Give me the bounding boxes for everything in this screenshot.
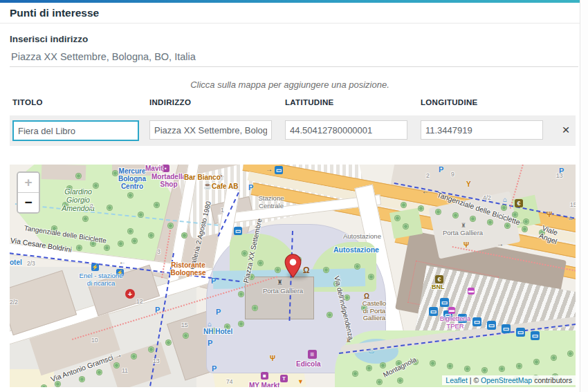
remove-row-button[interactable]: × bbox=[557, 121, 575, 139]
poi-my-markt: MY Markt bbox=[249, 382, 279, 387]
poi-biglietteria-tper: Biglietteria TPER bbox=[436, 315, 475, 330]
poi-autostazione: Autostazione bbox=[333, 246, 379, 254]
poi-bar-bianco: Bar Bianco bbox=[184, 174, 221, 181]
housenum: 74 bbox=[226, 379, 232, 386]
housenum: 11 bbox=[122, 368, 128, 375]
column-titolo: TITOLO bbox=[12, 98, 43, 106]
poi-castello-di-porta-galliera: Castello di Porta Galliera bbox=[354, 300, 394, 322]
street-viale-angelo: Viale Angel bbox=[538, 224, 573, 250]
scrollbar-track[interactable] bbox=[580, 0, 588, 392]
latitudine-input[interactable] bbox=[285, 120, 407, 140]
indirizzo-input[interactable] bbox=[149, 120, 272, 140]
titolo-input[interactable] bbox=[12, 120, 139, 141]
poi-table-header: TITOLO INDIRIZZO LATITUDINE LONGITUDINE bbox=[10, 98, 576, 109]
housenum: 13 bbox=[556, 173, 562, 180]
longitudine-input[interactable] bbox=[421, 120, 543, 140]
poi-edicola: Edicola bbox=[296, 360, 321, 368]
address-label: Inserisci indirizzo bbox=[10, 34, 88, 44]
housenum: 9 bbox=[451, 171, 454, 178]
housenum: 10 bbox=[91, 337, 98, 344]
map-canvas[interactable]: PPPPPPPP▭▭▭▭▭▭▭▭▭▭▭+☕☕YΨΨΨ⌂⌂⌂€€♜♜♜ΩΩ≡■T▼… bbox=[10, 165, 576, 387]
poi-bnl: BNL bbox=[432, 283, 445, 290]
housenum: 12 bbox=[136, 299, 143, 306]
punti-di-interesse-panel: Punti di interesse Inserisci indirizzo C… bbox=[0, 0, 588, 392]
openstreetmap-link[interactable]: OpenStreetMap bbox=[481, 376, 532, 384]
housenum: 15 bbox=[181, 322, 187, 329]
map-zoom-control: + − bbox=[17, 171, 40, 214]
street-via-cesare-boldrini: Via Cesare Boldrini bbox=[10, 236, 72, 254]
poi-enel-stazione-di-ricarica: Enel - stazione di ricarica bbox=[77, 272, 125, 287]
housenum: 2 bbox=[426, 173, 430, 180]
column-longitudine: LONGITUDINE bbox=[421, 98, 478, 106]
street-via-dell-indipendenza: Via dell'Indipendenza bbox=[333, 275, 355, 341]
street-tangenziale-biciclette-right: Tangenziale delle Biciclette bbox=[436, 191, 521, 227]
divider bbox=[0, 23, 580, 24]
address-input[interactable] bbox=[10, 47, 578, 67]
housenum: 2/3 bbox=[27, 261, 35, 268]
poi-porta-galliera-center: Porta Galliera bbox=[263, 288, 303, 295]
poi-porta-galliera-right: Porta Galliera bbox=[443, 230, 483, 237]
street-via-antonio-gramsci: Via Antonio Gramsci → bbox=[50, 351, 123, 384]
housenum: 4/2 bbox=[483, 195, 491, 202]
housenum: 2 bbox=[90, 203, 93, 210]
housenum: 3 bbox=[157, 249, 160, 256]
attribution-separator: | © bbox=[468, 376, 481, 384]
street-piazza-xx-settembre: Piazza XX Settembre bbox=[242, 218, 264, 283]
poi-cafe-ab: Cafe AB bbox=[212, 183, 239, 190]
poi-hotel-cut: otel bbox=[10, 259, 22, 266]
page-title: Punti di interesse bbox=[10, 3, 425, 23]
housenum: 15 bbox=[570, 202, 576, 209]
poi-nh-hotel: NH Hotel bbox=[203, 328, 232, 335]
column-latitudine: LATITUDINE bbox=[285, 98, 334, 106]
map-attribution: Leaflet | © OpenStreetMap contributors bbox=[442, 375, 576, 385]
poi-autostazione-area: Autostazione bbox=[343, 233, 381, 241]
street-galleria-2-agosto-1980: Galleria 2 Agosto 1980 bbox=[188, 200, 212, 270]
zoom-in-button[interactable]: + bbox=[18, 173, 39, 193]
location-marker-icon[interactable] bbox=[284, 254, 302, 278]
housenum: 2/2 bbox=[10, 299, 18, 306]
street-montagnola: Montagnola bbox=[382, 355, 418, 379]
zoom-out-button[interactable]: − bbox=[18, 193, 39, 212]
column-indirizzo: INDIRIZZO bbox=[149, 98, 191, 106]
poi-ristorante-bolognese: Ristorante Bolognese bbox=[170, 261, 206, 277]
poi-table-row: × bbox=[10, 115, 576, 146]
map-hint-text: Clicca sulla mappa per aggiungere una po… bbox=[0, 80, 580, 90]
attribution-suffix: contributors bbox=[532, 376, 572, 384]
leaflet-link[interactable]: Leaflet bbox=[445, 376, 468, 384]
poi-stazione-centrale: Stazione Centrale bbox=[256, 195, 286, 209]
housenum: 1 bbox=[221, 207, 224, 214]
poi-mavit: Mavit bbox=[145, 165, 163, 172]
housenum: 13 bbox=[153, 358, 159, 365]
